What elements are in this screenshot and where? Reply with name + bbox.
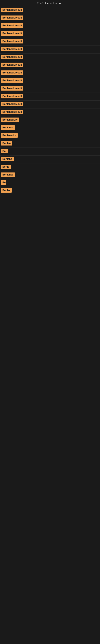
bottleneck-result-badge[interactable]: Bottleneck result [1, 78, 23, 83]
bottleneck-result-badge[interactable]: Bottleneck result [1, 8, 23, 12]
bottleneck-result-badge[interactable]: Bottlen [1, 141, 12, 146]
list-item: Bottler [0, 187, 100, 195]
bottleneck-result-badge[interactable]: Bo [1, 180, 6, 185]
bottleneck-result-badge[interactable]: Bottleneck result [1, 16, 23, 20]
bottleneck-result-badge[interactable]: Bottleneck result [1, 110, 23, 114]
list-item: Bottlene [0, 156, 100, 164]
list-item: Bottleneck result [0, 46, 100, 54]
list-item: Bot [0, 148, 100, 156]
list-item: Bottleneck r [0, 132, 100, 140]
list-item: Bottleneck result [0, 77, 100, 85]
bottleneck-result-badge[interactable]: Bottleneck re [1, 118, 19, 122]
bottleneck-result-badge[interactable]: Bottleneck result [1, 102, 23, 106]
bottleneck-result-badge[interactable]: Bottler [1, 188, 12, 192]
bottleneck-result-badge[interactable]: Bottlenec [1, 126, 15, 130]
list-item: Bottleneck result [0, 85, 100, 93]
bottleneck-result-badge[interactable]: Bottlenec [1, 172, 15, 177]
bottleneck-result-badge[interactable]: Bottle [1, 164, 11, 169]
bottleneck-result-badge[interactable]: Bottlene [1, 157, 14, 161]
list-item: Bottleneck result [0, 62, 100, 69]
bottleneck-result-badge[interactable]: Bottleneck result [1, 62, 23, 67]
list-item: Bottleneck result [0, 22, 100, 30]
bottleneck-result-badge[interactable]: Bot [1, 149, 8, 153]
list-item: Bottlenec [0, 171, 100, 179]
list-item: Bottleneck result [0, 14, 100, 22]
bottleneck-result-badge[interactable]: Bottleneck result [1, 94, 23, 98]
list-item: Bo [0, 179, 100, 187]
list-item: Bottlen [0, 140, 100, 148]
list-item: Bottleneck result [0, 38, 100, 46]
bottleneck-result-badge[interactable]: Bottleneck result [1, 23, 23, 28]
bottleneck-result-badge[interactable]: Bottleneck result [1, 39, 23, 44]
list-item: Bottle [0, 164, 100, 171]
list-item: Bottleneck result [0, 100, 100, 108]
bottleneck-result-badge[interactable]: Bottleneck result [1, 31, 23, 36]
site-title: TheBottlenecker.com [0, 0, 100, 6]
list-item: Bottleneck result [0, 69, 100, 77]
bottleneck-result-badge[interactable]: Bottleneck result [1, 47, 23, 51]
list-item: Bottleneck result [0, 30, 100, 38]
bottleneck-result-badge[interactable]: Bottleneck r [1, 133, 18, 138]
list-item: Bottleneck result [0, 108, 100, 116]
list-item: Bottleneck result [0, 54, 100, 62]
list-item: Bottleneck result [0, 6, 100, 14]
bottleneck-result-badge[interactable]: Bottleneck result [1, 55, 23, 59]
list-item: Bottlenec [0, 124, 100, 132]
list-item: Bottleneck result [0, 93, 100, 100]
bottleneck-result-badge[interactable]: Bottleneck result [1, 70, 23, 75]
list-item: Bottleneck re [0, 116, 100, 124]
bottleneck-result-badge[interactable]: Bottleneck result [1, 86, 23, 90]
